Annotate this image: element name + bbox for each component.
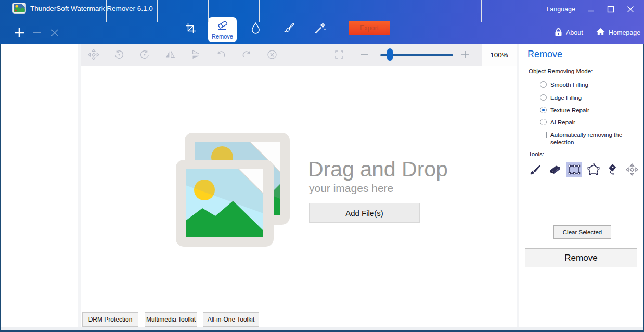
eraser-icon bbox=[216, 20, 229, 33]
file-list-panel bbox=[1, 44, 78, 327]
zoom-level: 100% bbox=[482, 44, 517, 66]
maximize-icon[interactable] bbox=[607, 5, 615, 14]
multimedia-toolkit-button[interactable]: Multimedia Toolkit bbox=[145, 312, 197, 327]
move-canvas-icon[interactable] bbox=[88, 49, 99, 60]
about-button[interactable]: About bbox=[555, 28, 583, 38]
zoom-slider-thumb[interactable] bbox=[387, 48, 393, 61]
panel-title: Remove bbox=[527, 49, 562, 60]
image-canvas[interactable]: Drag and Drop your images here Add File(… bbox=[81, 66, 517, 327]
crop-icon[interactable] bbox=[185, 23, 196, 36]
cancel-icon[interactable] bbox=[266, 49, 278, 60]
title-header: ThunderSoft Watermark Remover 6.1.0 Lang… bbox=[0, 0, 644, 44]
app-logo-icon bbox=[12, 3, 26, 16]
radio-ai-repair[interactable]: AI Repair bbox=[540, 119, 575, 125]
lock-icon bbox=[555, 28, 562, 38]
dropzone-title: Drag and Drop bbox=[308, 157, 448, 182]
brush-icon[interactable] bbox=[282, 22, 295, 37]
about-label: About bbox=[566, 29, 583, 36]
magic-wand-icon[interactable] bbox=[314, 22, 327, 37]
photos-placeholder-graphic bbox=[172, 131, 294, 250]
remove-settings-panel: Remove Object Removing Mode: Smooth Fill… bbox=[519, 44, 643, 327]
water-drop-icon[interactable] bbox=[250, 22, 262, 37]
all-in-one-toolkit-label: All-in-One Toolkit bbox=[208, 316, 254, 323]
add-image-icon[interactable] bbox=[14, 27, 25, 41]
clear-images-icon[interactable] bbox=[50, 28, 59, 40]
zoom-in-icon[interactable] bbox=[461, 50, 472, 62]
homepage-button[interactable]: Homepage bbox=[596, 28, 640, 37]
window-title: ThunderSoft Watermark Remover 6.1.0 bbox=[30, 5, 153, 12]
checkbox-icon bbox=[540, 132, 547, 138]
remove-button-label: Remove bbox=[564, 253, 597, 263]
flip-vertical-icon[interactable] bbox=[190, 49, 201, 60]
redo-icon[interactable] bbox=[241, 49, 252, 60]
add-files-label: Add File(s) bbox=[345, 209, 383, 218]
rotate-right-icon[interactable] bbox=[139, 49, 150, 60]
export-button[interactable]: Export bbox=[349, 21, 390, 35]
pen-tool-icon[interactable] bbox=[605, 162, 621, 177]
brush-tool-icon[interactable] bbox=[528, 162, 544, 177]
all-in-one-toolkit-button[interactable]: All-in-One Toolkit bbox=[203, 312, 259, 327]
radio-label: Edge Filling bbox=[550, 95, 582, 101]
export-label: Export bbox=[360, 24, 379, 32]
remove-button[interactable]: Remove bbox=[525, 248, 637, 267]
app-window: ThunderSoft Watermark Remover 6.1.0 Lang… bbox=[0, 0, 644, 332]
drm-protection-label: DRM Protection bbox=[88, 316, 133, 323]
radio-icon bbox=[540, 94, 547, 101]
tools-row bbox=[528, 162, 640, 177]
tools-section-label: Tools: bbox=[529, 151, 544, 157]
homepage-label: Homepage bbox=[609, 29, 640, 36]
drm-protection-button[interactable]: DRM Protection bbox=[82, 312, 138, 327]
radio-icon-selected bbox=[540, 107, 547, 113]
minimize-icon[interactable] bbox=[587, 5, 595, 14]
clear-selected-label: Clear Selected bbox=[563, 229, 602, 235]
radio-texture-repair[interactable]: Texture Repair bbox=[540, 107, 589, 113]
clear-selected-button[interactable]: Clear Selected bbox=[553, 225, 611, 239]
flip-horizontal-icon[interactable] bbox=[164, 49, 176, 60]
tab-remove[interactable]: Remove bbox=[208, 17, 237, 42]
undo-icon[interactable] bbox=[215, 49, 227, 60]
close-icon[interactable] bbox=[626, 5, 635, 14]
radio-label: AI Repair bbox=[550, 119, 575, 125]
radio-edge-filling[interactable]: Edge Filling bbox=[540, 94, 582, 101]
mode-section-label: Object Removing Mode: bbox=[529, 68, 593, 74]
multimedia-toolkit-label: Multimedia Toolkit bbox=[146, 316, 196, 323]
language-menu[interactable]: Language bbox=[546, 6, 575, 13]
rotate-left-icon[interactable] bbox=[113, 49, 125, 60]
select-region-icon[interactable] bbox=[334, 49, 345, 61]
radio-icon bbox=[540, 81, 547, 88]
eraser-tool-icon[interactable] bbox=[547, 162, 563, 177]
remove-image-icon[interactable] bbox=[32, 29, 42, 39]
checkbox-label: Automatically removing the selection bbox=[550, 131, 629, 146]
polygon-select-tool-icon[interactable] bbox=[586, 162, 601, 177]
radio-label: Texture Repair bbox=[550, 107, 589, 113]
dropzone-subtitle: your images here bbox=[309, 182, 393, 195]
radio-icon bbox=[540, 119, 547, 125]
home-icon bbox=[596, 28, 605, 37]
radio-smooth-filling[interactable]: Smooth Filling bbox=[540, 81, 588, 88]
rect-select-tool-icon[interactable] bbox=[566, 162, 582, 177]
radio-label: Smooth Filling bbox=[550, 82, 588, 88]
add-files-button[interactable]: Add File(s) bbox=[309, 203, 420, 223]
window-border-left bbox=[0, 44, 1, 332]
tab-remove-label: Remove bbox=[212, 33, 233, 40]
move-tool-icon[interactable] bbox=[624, 162, 640, 177]
zoom-out-icon[interactable] bbox=[360, 50, 372, 62]
auto-remove-checkbox[interactable]: Automatically removing the selection bbox=[540, 131, 629, 146]
